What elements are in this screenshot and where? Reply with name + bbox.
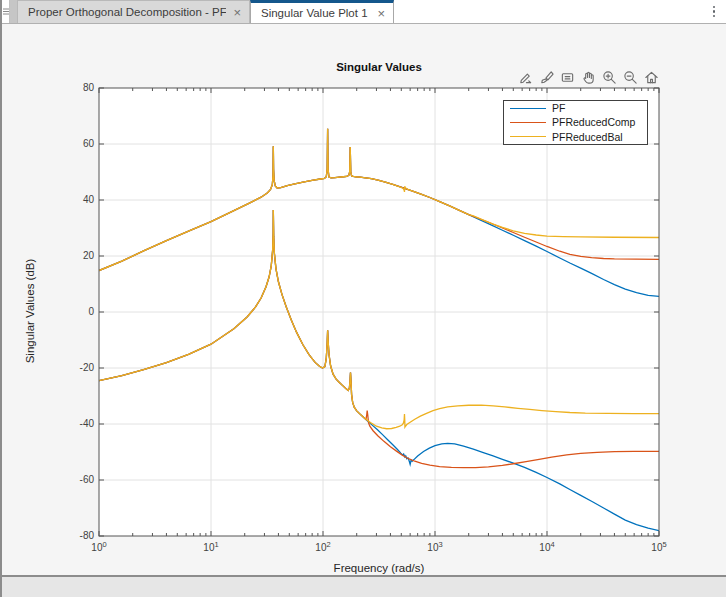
tab-bar-spacer <box>10 0 17 23</box>
legend-label: PFReducedBal <box>552 131 623 143</box>
legend-item: PFReducedBal <box>504 130 647 144</box>
tab-label: Proper Orthogonal Decomposition - PF <box>28 6 226 18</box>
legend-line-sample <box>510 108 546 109</box>
export-icon <box>518 70 533 85</box>
zoom-in-button[interactable] <box>601 69 617 85</box>
y-tick-label: 20 <box>58 250 94 261</box>
legend-line-sample <box>510 136 546 137</box>
axes-toolbar <box>514 68 659 86</box>
panel-collapse-button[interactable] <box>2 0 10 23</box>
brush-button[interactable] <box>538 69 554 85</box>
datatips-button[interactable] <box>559 69 575 85</box>
kebab-icon <box>713 15 716 18</box>
tab-label: Singular Value Plot 1 <box>261 7 370 19</box>
x-axis-label: Frequency (rad/s) <box>99 562 659 574</box>
pan-icon <box>581 70 596 85</box>
restore-view-button[interactable] <box>643 69 659 85</box>
legend-line-sample <box>510 122 546 123</box>
pan-button[interactable] <box>580 69 596 85</box>
x-tick-label: 102 <box>308 540 338 553</box>
y-axis-label: Singular Values (dB) <box>24 161 36 461</box>
kebab-icon <box>713 10 716 13</box>
figure-area: Singular Values Frequency (rad/s) Singul… <box>2 24 726 575</box>
app-window: Proper Orthogonal Decomposition - PF × S… <box>0 0 726 597</box>
y-tick-label: 40 <box>58 194 94 205</box>
y-tick-label: -20 <box>58 362 94 373</box>
tab-singular-value-plot[interactable]: Singular Value Plot 1 × <box>250 0 394 23</box>
zoom-out-button[interactable] <box>622 69 638 85</box>
tab-proper-orthogonal-decomposition[interactable]: Proper Orthogonal Decomposition - PF × <box>17 0 250 23</box>
y-tick-label: 80 <box>58 82 94 93</box>
y-tick-label: -60 <box>58 474 94 485</box>
datatips-icon <box>560 70 575 85</box>
legend-item: PF <box>504 101 647 115</box>
y-tick-label: 0 <box>58 306 94 317</box>
overflow-menu-button[interactable] <box>702 0 726 23</box>
window-left-edge <box>0 0 2 597</box>
x-tick-label: 101 <box>196 540 226 553</box>
legend-label: PF <box>552 102 565 114</box>
brush-icon <box>539 70 554 85</box>
zoom-out-icon <box>623 70 638 85</box>
y-tick-label: -40 <box>58 418 94 429</box>
legend[interactable]: PFPFReducedCompPFReducedBal <box>503 100 648 145</box>
x-tick-label: 104 <box>532 540 562 553</box>
tab-bar-fill <box>394 0 702 23</box>
legend-label: PFReducedComp <box>552 116 635 128</box>
export-button[interactable] <box>517 69 533 85</box>
home-icon <box>644 70 659 85</box>
x-tick-label: 100 <box>84 540 114 553</box>
x-tick-label: 103 <box>420 540 450 553</box>
zoom-in-icon <box>602 70 617 85</box>
status-bar <box>0 575 726 597</box>
close-icon[interactable]: × <box>233 6 241 19</box>
close-icon[interactable]: × <box>377 7 385 20</box>
hamburger-icon <box>3 8 9 15</box>
kebab-icon <box>713 6 716 9</box>
legend-item: PFReducedComp <box>504 115 647 129</box>
x-tick-label: 105 <box>644 540 674 553</box>
y-tick-label: 60 <box>58 138 94 149</box>
tab-bar: Proper Orthogonal Decomposition - PF × S… <box>2 0 726 24</box>
